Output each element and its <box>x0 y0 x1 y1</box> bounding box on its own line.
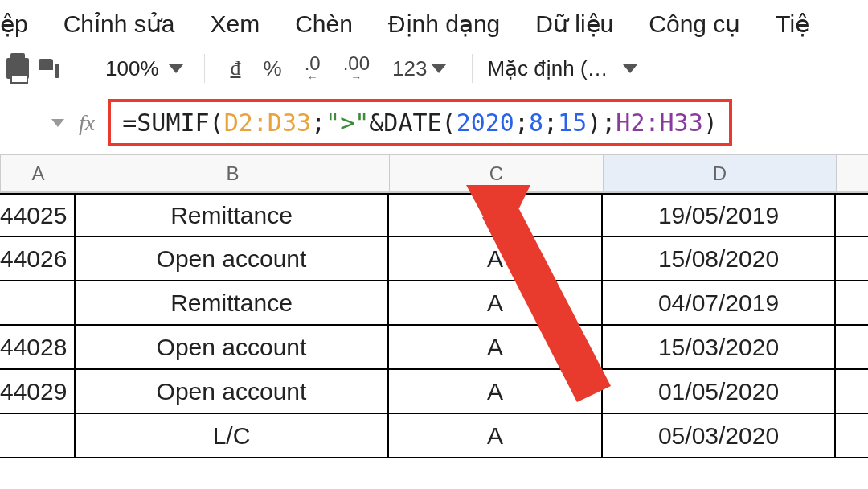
column-header-E[interactable] <box>836 155 868 191</box>
cell[interactable]: A <box>389 414 603 457</box>
cell[interactable] <box>389 195 603 236</box>
paint-roller-icon <box>39 59 59 78</box>
formula-bar: fx =SUMIF(D2:D33;">"&DATE(2020;8;15);H2:… <box>0 94 868 154</box>
cell[interactable] <box>0 414 76 457</box>
cell[interactable]: A <box>389 326 603 368</box>
table-row: 44026Open accountA15/08/2020 <box>0 237 868 281</box>
font-dropdown[interactable]: Mặc định (… <box>487 56 637 81</box>
cell[interactable]: A <box>389 237 603 280</box>
paint-format-button[interactable] <box>39 59 59 78</box>
spreadsheet-grid: 44025Remittance19/05/201944026Open accou… <box>0 193 868 458</box>
cell[interactable]: Remittance <box>76 195 389 236</box>
decrease-decimal-button[interactable]: .0 ← <box>305 54 321 83</box>
column-headers: A B C D <box>0 154 868 193</box>
cell[interactable]: 15/03/2020 <box>603 326 836 368</box>
column-header-C[interactable]: C <box>389 155 603 191</box>
cell[interactable]: Remittance <box>76 281 389 324</box>
table-row: L/CA05/03/2020 <box>0 414 868 458</box>
menu-data[interactable]: Dữ liệu <box>535 10 613 38</box>
table-row: 44025Remittance19/05/2019 <box>0 193 868 237</box>
column-header-B[interactable]: B <box>76 155 389 191</box>
cell[interactable] <box>0 281 76 324</box>
menu-view[interactable]: Xem <box>210 10 260 38</box>
menu-file[interactable]: ệp <box>0 10 28 38</box>
currency-format-button[interactable]: đ <box>231 56 241 80</box>
cell[interactable]: A <box>389 281 603 324</box>
table-row: 44029Open accountA01/05/2020 <box>0 370 868 414</box>
toolbar-separator <box>472 54 473 83</box>
menu-bar: ệp Chỉnh sửa Xem Chèn Định dạng Dữ liệu … <box>0 0 868 52</box>
menu-tools[interactable]: Công cụ <box>649 10 740 38</box>
cell[interactable]: Open account <box>76 237 389 280</box>
cell[interactable]: 04/07/2019 <box>603 281 836 324</box>
cell[interactable]: 01/05/2020 <box>603 370 836 413</box>
right-arrow-icon: → <box>350 72 362 83</box>
menu-extensions[interactable]: Tiệ <box>776 10 809 38</box>
toolbar-separator <box>204 54 205 83</box>
table-row: 44028Open accountA15/03/2020 <box>0 326 868 370</box>
cell[interactable]: 44025 <box>0 195 76 236</box>
name-box[interactable] <box>6 119 79 127</box>
menu-edit[interactable]: Chỉnh sửa <box>63 10 175 38</box>
cell[interactable] <box>836 195 868 236</box>
zoom-value: 100% <box>105 56 159 81</box>
column-header-D[interactable]: D <box>603 155 836 191</box>
menu-insert[interactable]: Chèn <box>295 10 353 38</box>
cell[interactable]: 05/03/2020 <box>603 414 836 457</box>
cell[interactable]: Open account <box>76 326 389 368</box>
cell[interactable]: 15/08/2020 <box>603 237 836 280</box>
cell[interactable]: 44029 <box>0 370 76 413</box>
chevron-down-icon <box>51 119 64 127</box>
cell[interactable]: 44028 <box>0 326 76 368</box>
toolbar: 100% đ % .0 ← .00 → 123 Mặc định (… <box>0 52 868 94</box>
cell[interactable]: 44026 <box>0 237 76 280</box>
cell[interactable] <box>836 281 868 324</box>
cell[interactable]: A <box>389 370 603 413</box>
cell[interactable] <box>836 370 868 413</box>
cell[interactable]: Open account <box>76 370 389 413</box>
toolbar-separator <box>84 54 84 83</box>
zoom-dropdown[interactable]: 100% <box>105 56 183 81</box>
percent-format-button[interactable]: % <box>264 56 282 81</box>
chevron-down-icon <box>623 64 637 73</box>
formula-input[interactable]: =SUMIF(D2:D33;">"&DATE(2020;8;15);H2:H33… <box>108 99 732 146</box>
cell[interactable]: L/C <box>76 414 389 457</box>
left-arrow-icon: ← <box>307 72 318 83</box>
column-header-A[interactable]: A <box>0 155 76 191</box>
cell[interactable] <box>836 237 868 280</box>
table-row: RemittanceA04/07/2019 <box>0 281 868 326</box>
cell[interactable]: 19/05/2019 <box>603 195 836 236</box>
cell[interactable] <box>836 326 868 368</box>
chevron-down-icon <box>169 64 183 73</box>
fx-icon: fx <box>79 110 95 136</box>
menu-format[interactable]: Định dạng <box>388 10 500 38</box>
print-icon <box>6 58 29 79</box>
number-format-dropdown[interactable]: 123 <box>392 56 446 81</box>
increase-decimal-button[interactable]: .00 → <box>343 54 370 83</box>
print-button[interactable] <box>6 58 29 79</box>
chevron-down-icon <box>432 64 446 73</box>
cell[interactable] <box>836 414 868 457</box>
